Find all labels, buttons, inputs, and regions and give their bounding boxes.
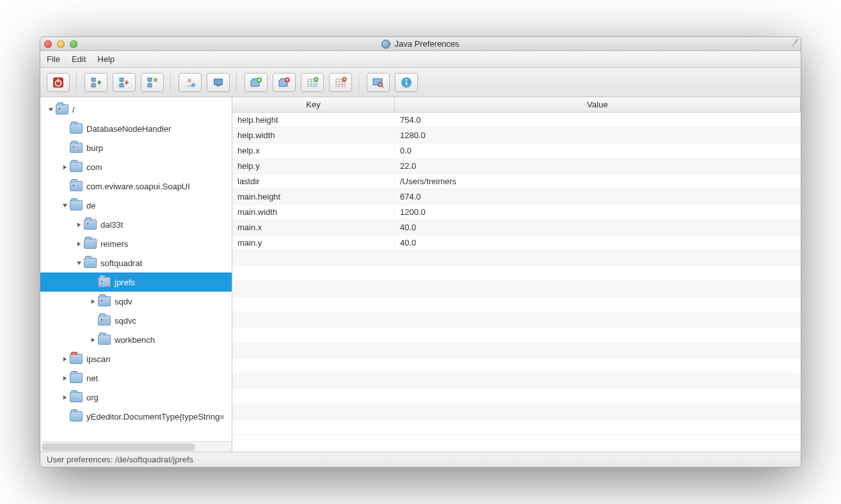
table-row[interactable]: help.height754.0 xyxy=(232,113,801,128)
chevron-right-icon[interactable] xyxy=(61,375,68,381)
table-row[interactable] xyxy=(232,251,801,266)
folder-icon xyxy=(70,123,83,134)
tree-node[interactable]: burp xyxy=(40,138,232,157)
tree-node[interactable]: workbench xyxy=(40,330,232,349)
table-row[interactable] xyxy=(232,404,801,420)
cell-value: 40.0 xyxy=(395,238,801,248)
table-row[interactable]: main.x40.0 xyxy=(232,220,801,235)
table-row[interactable] xyxy=(232,374,801,389)
table-row[interactable] xyxy=(232,420,801,435)
user-prefs-button[interactable]: i xyxy=(179,73,202,92)
tree-node[interactable]: softquadrat xyxy=(40,253,232,272)
new-node-button[interactable] xyxy=(244,73,268,92)
resize-icon[interactable] xyxy=(789,39,798,48)
table-row[interactable] xyxy=(232,389,801,404)
table-row[interactable] xyxy=(232,312,801,327)
folder-icon xyxy=(56,104,68,114)
svg-rect-38 xyxy=(406,81,407,85)
menu-edit[interactable]: Edit xyxy=(72,54,86,64)
svg-rect-7 xyxy=(120,84,124,87)
tree-node[interactable]: reimers xyxy=(40,234,232,253)
tree-node-label: sqdvc xyxy=(115,316,136,326)
column-header-key[interactable]: Key xyxy=(232,97,395,112)
menu-file[interactable]: File xyxy=(47,54,60,64)
menubar: File Edit Help xyxy=(40,51,801,68)
tree-node[interactable]: net xyxy=(40,368,232,388)
tree-node[interactable]: jprefs xyxy=(40,272,232,292)
cell-value: 674.0 xyxy=(395,192,801,201)
chevron-right-icon[interactable] xyxy=(89,299,97,304)
new-entry-button[interactable] xyxy=(301,73,324,92)
table-row[interactable] xyxy=(232,343,801,358)
tree-node[interactable]: com xyxy=(40,157,232,177)
tree-node[interactable]: com.eviware.soapui.SoapUI xyxy=(40,177,232,196)
tree-import-button[interactable] xyxy=(84,73,108,92)
tree-node-label: / xyxy=(72,105,75,114)
svg-rect-4 xyxy=(92,84,95,87)
table-row[interactable] xyxy=(232,266,801,281)
table-row[interactable]: help.x0.0 xyxy=(232,143,801,159)
cell-key: help.y xyxy=(232,161,395,171)
chevron-right-icon[interactable] xyxy=(61,356,68,362)
table-row[interactable] xyxy=(232,281,801,297)
column-header-value[interactable]: Value xyxy=(395,97,801,112)
cell-value: 22.0 xyxy=(395,161,801,171)
table-row[interactable]: main.y40.0 xyxy=(232,235,801,251)
tree-node[interactable]: org xyxy=(40,388,232,407)
chevron-down-icon[interactable] xyxy=(61,203,68,209)
folder-icon xyxy=(70,373,83,383)
svg-line-35 xyxy=(382,86,384,88)
search-button[interactable] xyxy=(367,73,390,92)
folder-icon xyxy=(98,335,111,345)
tree-node[interactable]: dal33t xyxy=(40,215,232,234)
menu-help[interactable]: Help xyxy=(97,54,115,64)
chevron-right-icon[interactable] xyxy=(89,337,97,343)
folder-icon xyxy=(70,143,83,153)
tree-horizontal-scrollbar[interactable] xyxy=(40,441,232,452)
tree-node[interactable]: sqdvc xyxy=(40,311,232,330)
tree-node[interactable]: DatabaseNodeHandler xyxy=(40,119,232,138)
table-row[interactable]: main.height674.0 xyxy=(232,189,801,205)
tree-node-label: dal33t xyxy=(100,220,123,230)
tree-node-label: sqdv xyxy=(115,297,132,306)
tree-node[interactable]: yEdeditor.DocumentType{typeString= xyxy=(40,407,232,426)
table-row[interactable] xyxy=(232,358,801,374)
app-icon xyxy=(381,40,390,49)
table-row[interactable]: help.y22.0 xyxy=(232,159,801,174)
chevron-down-icon[interactable] xyxy=(75,260,83,266)
tree-node[interactable]: sqdv xyxy=(40,292,232,311)
svg-point-37 xyxy=(406,79,408,81)
tree-refresh-button[interactable] xyxy=(141,73,164,92)
chevron-right-icon[interactable] xyxy=(61,164,68,170)
titlebar[interactable]: Java Preferences xyxy=(40,37,801,51)
cell-value: 0.0 xyxy=(395,146,801,155)
svg-point-13 xyxy=(188,79,191,83)
folder-icon xyxy=(70,411,83,421)
tree-export-button[interactable] xyxy=(113,73,136,92)
table-row[interactable]: help.width1280.0 xyxy=(232,128,801,143)
tree-node[interactable]: / xyxy=(40,100,232,119)
chevron-down-icon[interactable] xyxy=(47,107,54,113)
folder-icon xyxy=(70,200,83,210)
table-row[interactable]: main.width1200.0 xyxy=(232,205,801,220)
power-button[interactable] xyxy=(47,73,70,92)
chevron-right-icon[interactable] xyxy=(61,395,68,400)
cell-key: main.y xyxy=(232,238,395,248)
table-body[interactable]: help.height754.0help.width1280.0help.x0.… xyxy=(232,113,801,452)
table-row[interactable]: lastdir/Users/treimers xyxy=(232,174,801,189)
info-button[interactable] xyxy=(395,73,418,92)
table-row[interactable] xyxy=(232,297,801,312)
table-row[interactable] xyxy=(232,327,801,343)
tree-node[interactable]: de xyxy=(40,196,232,215)
tree-node-label: org xyxy=(86,393,99,402)
chevron-right-icon[interactable] xyxy=(75,222,83,228)
chevron-right-icon[interactable] xyxy=(75,241,83,247)
delete-entry-button[interactable] xyxy=(329,73,352,92)
tree-node-label: reimers xyxy=(100,239,128,249)
tree[interactable]: / DatabaseNodeHandler burpcom com.eviwar… xyxy=(40,97,232,441)
system-prefs-button[interactable] xyxy=(207,73,230,92)
tree-node-label: workbench xyxy=(115,335,155,345)
tree-node[interactable]: ipscan xyxy=(40,349,232,368)
cell-value: 754.0 xyxy=(395,115,801,125)
delete-node-button[interactable] xyxy=(273,73,296,92)
